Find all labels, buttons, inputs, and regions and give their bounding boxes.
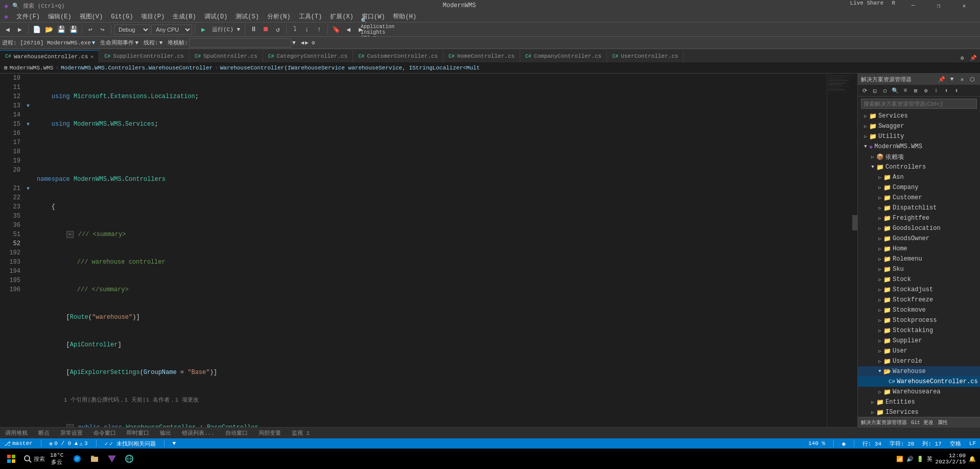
se-close-btn[interactable]: ✕ <box>958 75 967 84</box>
menu-test[interactable]: 测试(S) <box>231 11 263 22</box>
bt-exceptions[interactable]: 异常设置 <box>55 428 88 438</box>
entities-arrow[interactable]: ▷ <box>869 398 876 406</box>
se-tb-expand-all[interactable]: ↕ <box>931 86 941 95</box>
tree-utility[interactable]: ▷ 📁 Utility <box>858 131 980 142</box>
lifecycle-dropdown[interactable]: ▼ <box>135 40 138 46</box>
win-start-btn[interactable] <box>4 450 18 468</box>
tab-user-controller[interactable]: C# UserController.cs <box>607 50 684 62</box>
tree-goodslocation[interactable]: ▷ 📁 Goodslocation <box>858 223 980 233</box>
tree-deps[interactable]: ▷ 📦 依赖项 <box>858 152 980 162</box>
tree-sku[interactable]: ▷ 📁 Sku <box>858 264 980 274</box>
nav-prev[interactable]: ◀ <box>300 39 304 46</box>
fold-summary-btn[interactable]: − <box>66 231 74 238</box>
stockadjust-arrow[interactable]: ▷ <box>876 286 883 293</box>
se-tb-showall[interactable]: ◻ <box>880 86 890 95</box>
se-tb-down[interactable]: ⬇ <box>952 86 961 95</box>
tree-dispatchlist[interactable]: ▷ 📁 Dispatchlist <box>858 203 980 213</box>
thread-dropdown[interactable]: ▼ <box>159 40 163 46</box>
sku-arrow[interactable]: ▷ <box>876 266 883 273</box>
tab-settings-btn[interactable]: ⚙ <box>958 53 967 62</box>
se-tb-sync[interactable]: ⟳ <box>860 86 869 95</box>
deps-arrow[interactable]: ▷ <box>869 153 876 160</box>
bt-errors[interactable]: 错误列表... <box>177 428 220 438</box>
tree-entities[interactable]: ▷ 📁 Entities <box>858 397 980 407</box>
tree-stockmove[interactable]: ▷ 📁 Stockmove <box>858 305 980 315</box>
se-expand-btn[interactable]: ⬡ <box>968 75 977 84</box>
code-scroll-area[interactable]: 10 11 12 13 14 15 16 17 18 19 20 21 22 2… <box>0 74 857 427</box>
pause-btn[interactable]: ⏸ <box>248 24 259 35</box>
platform-dropdown[interactable]: Any CPU x64 <box>151 25 192 35</box>
menu-tools[interactable]: 工具(T) <box>295 11 326 22</box>
save-btn[interactable]: 💾 <box>56 24 67 35</box>
freight-arrow[interactable]: ▷ <box>876 215 883 222</box>
tree-warehouse[interactable]: ▼ 📂 Warehouse <box>858 366 980 377</box>
tab-warehouse-controller[interactable]: C# WarehouseController.cs ✕ <box>0 50 99 62</box>
live-share[interactable]: Live Share <box>850 0 883 11</box>
forward-btn[interactable]: ▶ <box>14 24 26 35</box>
tab-customer-controller[interactable]: C# CustomerController.cs <box>353 50 444 62</box>
tree-asn[interactable]: ▷ 📁 Asn <box>858 172 980 182</box>
code-vscrollbar[interactable] <box>852 74 857 427</box>
taskbar-search-btn[interactable]: 搜索 <box>20 450 48 468</box>
stop-btn[interactable]: ⏹ <box>260 24 271 35</box>
redo-btn[interactable]: ↪ <box>97 24 108 35</box>
debug-mode-dropdown[interactable]: Debug Release <box>114 25 150 35</box>
bookmark-prev-btn[interactable]: ◀ <box>343 24 354 35</box>
menu-build[interactable]: 生成(B) <box>169 11 200 22</box>
se-pin-btn[interactable]: 📌 <box>937 75 946 84</box>
tree-userrole[interactable]: ▷ 📁 Userrole <box>858 356 980 366</box>
bt-callstack[interactable]: 调用堆栈 <box>0 428 33 438</box>
se-tb-collapse[interactable]: ◱ <box>870 86 879 95</box>
insights-btn[interactable]: 🔍 Application Insights (?) ▼ <box>372 24 383 35</box>
bt-breakpoints[interactable]: 断点 <box>33 428 55 438</box>
se-properties-label[interactable]: 属性 <box>938 419 948 426</box>
controllers-arrow[interactable]: ▼ <box>869 163 876 171</box>
bt-output[interactable]: 输出 <box>155 428 176 438</box>
run-label[interactable]: 运行(C) ▼ <box>210 26 242 33</box>
se-search-input[interactable] <box>861 99 977 109</box>
utility-arrow[interactable]: ▷ <box>862 133 869 140</box>
company-arrow[interactable]: ▷ <box>876 184 883 191</box>
userrole-arrow[interactable]: ▷ <box>876 358 883 365</box>
customer-arrow[interactable]: ▷ <box>876 194 883 201</box>
bt-immediate[interactable]: 即时窗口 <box>122 428 154 438</box>
breadcrumb-path[interactable]: ModernWMS.WMS.Controllers.WarehouseContr… <box>61 65 213 71</box>
tree-supplier[interactable]: ▷ 📁 Supplier <box>858 336 980 346</box>
stocktaking-arrow[interactable]: ▷ <box>876 327 883 334</box>
bookmark-btn[interactable]: 🔖 <box>331 24 342 35</box>
se-tb-up[interactable]: ⬆ <box>942 86 951 95</box>
fold-13[interactable]: ▼ <box>25 101 32 110</box>
menu-view[interactable]: 视图(V) <box>76 11 107 22</box>
breadcrumb-project[interactable]: ⊞ <box>4 64 8 71</box>
wms-arrow[interactable]: ▼ <box>862 143 869 150</box>
tree-controllers[interactable]: ▼ 📁 Controllers <box>858 162 980 172</box>
taskbar-edge[interactable] <box>69 450 85 468</box>
tree-stock[interactable]: ▷ 📁 Stock <box>858 274 980 285</box>
tree-services[interactable]: ▷ 📁 Services <box>858 111 980 121</box>
status-errors[interactable]: ⊗ 0 / 0 ▲ ⚠ 3 <box>50 440 88 447</box>
search-box[interactable]: 🔍 搜索 (Ctrl+Q) <box>12 2 64 10</box>
fold-21[interactable]: ▼ <box>25 184 32 193</box>
threads-icon[interactable]: ⚙ <box>312 39 315 46</box>
new-btn[interactable]: 📄 <box>31 24 42 35</box>
tree-company[interactable]: ▷ 📁 Company <box>858 182 980 193</box>
se-dropdown-btn[interactable]: ▼ <box>947 75 956 84</box>
se-tb-props[interactable]: ≡ <box>901 86 910 95</box>
goodsowner-arrow[interactable]: ▷ <box>876 235 883 242</box>
status-branch[interactable]: ⎇ master <box>4 440 33 447</box>
services-arrow[interactable]: ▷ <box>862 112 869 120</box>
menu-extensions[interactable]: 扩展(X) <box>326 11 358 22</box>
restart-btn[interactable]: ↺ <box>272 24 284 35</box>
undo-btn[interactable]: ↩ <box>85 24 96 35</box>
se-solution-explorer-label[interactable]: 解决方案资源管理器 <box>861 419 907 426</box>
iservices-arrow[interactable]: ▷ <box>869 409 876 416</box>
stock-arrow[interactable]: ▷ <box>876 276 883 283</box>
user-arrow[interactable]: ▷ <box>876 347 883 355</box>
breadcrumb-method[interactable]: WarehouseController(IWarehouseService wa… <box>220 65 480 71</box>
run-btn[interactable]: ▶ <box>198 24 209 35</box>
code-vscroll-thumb[interactable] <box>852 215 857 230</box>
rolemenu-arrow[interactable]: ▷ <box>876 255 883 263</box>
se-tree[interactable]: ▷ 📁 Services ▷ 📁 Swagger ▷ 📁 Utility <box>858 111 980 417</box>
save-all-btn[interactable]: 💾 <box>68 24 79 35</box>
stackframe-input[interactable] <box>189 38 291 48</box>
